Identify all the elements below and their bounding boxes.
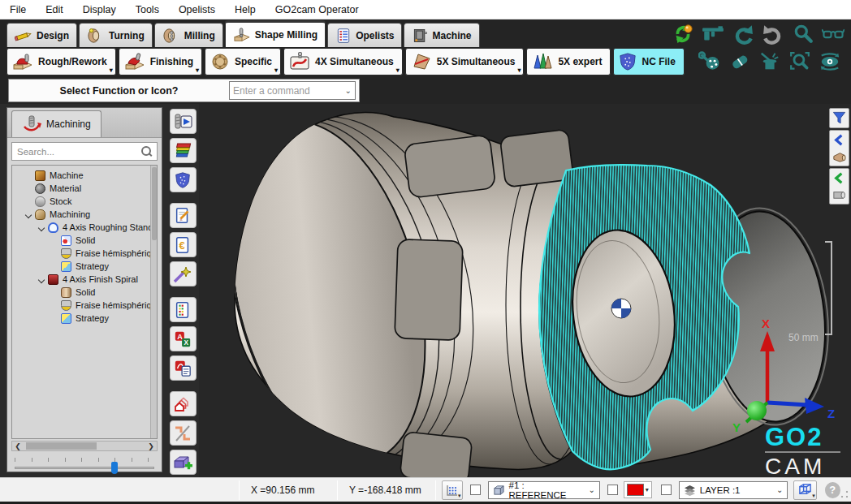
subtab-rough-rework[interactable]: Rough/Rework ▾ — [6, 48, 116, 75]
view-mode-button[interactable]: ▾ — [793, 480, 816, 500]
color-checkbox[interactable] — [607, 485, 618, 495]
menu-display[interactable]: Display — [73, 0, 126, 19]
tree-item-roughing[interactable]: 4 Axis Roughing Stand — [12, 221, 157, 234]
menu-tools[interactable]: Tools — [126, 0, 169, 19]
sync-icon[interactable] — [672, 23, 694, 45]
menu-edit[interactable]: Edit — [36, 0, 73, 19]
collapse-chevron-icon[interactable] — [35, 225, 48, 230]
tree-item-machining[interactable]: Machining — [12, 208, 157, 221]
chevron-down-icon: ▾ — [458, 493, 461, 499]
simulation-color-button[interactable] — [170, 138, 197, 163]
eraser-icon[interactable] — [728, 50, 751, 73]
zoom-icon[interactable] — [792, 23, 814, 45]
simulation-play-button[interactable] — [170, 109, 197, 134]
scroll-right-icon[interactable]: ❯ — [145, 442, 157, 450]
nc-file-button[interactable] — [170, 167, 197, 192]
subtab-finishing[interactable]: Finishing ▾ — [119, 48, 202, 75]
scrollbar-thumb[interactable] — [26, 442, 97, 450]
tree-item-tool-2[interactable]: Fraise hémisphériq — [12, 299, 157, 312]
tree-item-strategy-2[interactable]: Strategy — [12, 312, 157, 325]
tab-design[interactable]: Design — [6, 23, 77, 47]
3d-viewport[interactable]: 50 mm X Y Z GO2 CAM — [199, 104, 851, 477]
axis-z-label: Z — [827, 407, 835, 420]
tree-vertical-scrollbar[interactable] — [150, 166, 157, 438]
color-picker[interactable]: ▾ — [624, 481, 652, 498]
tab-turning[interactable]: Turning — [79, 23, 153, 47]
tree-label: Strategy — [76, 261, 109, 271]
tab-shape-milling[interactable]: Shape Milling — [225, 20, 326, 47]
glasses-icon[interactable] — [822, 23, 845, 45]
tree-item-strategy-1[interactable]: Strategy — [12, 260, 157, 273]
tools-palette-icon[interactable] — [698, 50, 721, 73]
edit-document-button[interactable] — [170, 203, 197, 228]
layer-selector[interactable]: LAYER :1 ⌄ — [679, 481, 788, 499]
tree-item-solid-2[interactable]: Solid — [12, 286, 157, 299]
collapse-chevron-icon[interactable] — [22, 212, 35, 218]
reference-selector[interactable]: #1 : REFERENCE ⌄ — [488, 481, 600, 499]
scroll-left-icon[interactable]: ❮ — [12, 442, 24, 450]
magic-hat-icon[interactable] — [758, 50, 781, 73]
subtab-5x-simultaneous[interactable]: 5X Simultaneous ▾ — [405, 48, 525, 75]
tree-zoom-slider[interactable] — [15, 458, 154, 477]
cost-document-button[interactable]: € — [170, 232, 197, 257]
tab-opelists[interactable]: Opelists — [327, 23, 402, 47]
slider-track[interactable] — [15, 467, 154, 469]
pdf-excel-export-button[interactable]: AX — [170, 326, 197, 351]
collapse-chevron-icon[interactable] — [35, 277, 48, 282]
milling-icon — [162, 28, 180, 44]
tab-machining-panel[interactable]: Machining — [11, 110, 102, 137]
slider-thumb[interactable] — [111, 462, 118, 474]
pdf-document-button[interactable] — [170, 355, 197, 381]
redo-icon[interactable] — [762, 23, 784, 45]
chevron-down-icon: ▾ — [274, 67, 278, 74]
reference-checkbox[interactable] — [470, 485, 481, 495]
command-input[interactable] — [233, 85, 345, 97]
filter-button[interactable] — [829, 108, 849, 128]
previous-stock-button[interactable] — [829, 168, 849, 205]
subtab-5x-expert[interactable]: 5X expert — [526, 48, 611, 75]
standard-views-button[interactable] — [170, 391, 197, 416]
command-combo[interactable]: ⌄ — [229, 81, 356, 100]
layer-checkbox[interactable] — [661, 485, 672, 495]
report-button[interactable] — [170, 297, 197, 322]
subtab-nc-file[interactable]: NC File — [613, 48, 684, 75]
eye-refresh-icon[interactable] — [819, 50, 841, 73]
tree-label: 4 Axis Finish Spiral — [63, 274, 138, 284]
menu-opelists[interactable]: Opelists — [169, 0, 225, 19]
subtab-specific[interactable]: Specific ▾ — [205, 48, 281, 75]
caliper-icon[interactable] — [702, 23, 724, 45]
search-input[interactable] — [17, 147, 138, 157]
tree-item-solid-1[interactable]: Solid — [12, 234, 157, 247]
tab-machine[interactable]: Machine — [404, 23, 479, 47]
search-box[interactable] — [11, 142, 158, 161]
geometry-visibility-button[interactable] — [170, 420, 197, 446]
magic-wand-icon — [173, 265, 192, 283]
5x-expert-icon — [532, 52, 553, 71]
chevron-down-icon[interactable]: ⌄ — [345, 86, 352, 95]
tree-horizontal-scrollbar[interactable]: ❮ ❯ — [11, 441, 158, 451]
resize-grip-icon[interactable] — [840, 490, 848, 498]
tree-item-stock[interactable]: Stock — [12, 195, 157, 208]
opelists-icon — [335, 28, 352, 44]
shape-milling-icon — [233, 27, 251, 43]
zoom-selection-icon[interactable] — [788, 50, 811, 73]
menu-operator[interactable]: GO2cam Operator — [266, 0, 369, 19]
tree-item-tool-1[interactable]: Fraise hémisphériq — [12, 247, 157, 260]
menu-help[interactable]: Help — [225, 0, 266, 19]
tab-milling[interactable]: Milling — [154, 23, 223, 47]
5x-simultaneous-icon — [411, 52, 432, 71]
undo-icon[interactable] — [732, 23, 754, 45]
strategy-node-icon — [61, 261, 71, 272]
subtab-label: Rough/Rework — [38, 56, 107, 67]
function-tabs: Rough/Rework ▾ Finishing ▾ Specific ▾ 4X… — [6, 48, 685, 77]
tree-item-machine[interactable]: Machine — [12, 169, 157, 182]
help-button[interactable]: ? — [825, 482, 840, 498]
tree-item-finish-spiral[interactable]: 4 Axis Finish Spiral — [12, 273, 157, 286]
previous-part-button[interactable] — [829, 130, 849, 166]
subtab-4x-simultaneous[interactable]: 4X Simultaneous ▾ — [283, 48, 403, 75]
menu-file[interactable]: File — [0, 0, 36, 19]
tree-item-material[interactable]: Material — [12, 182, 157, 195]
wizard-button[interactable] — [170, 261, 197, 286]
grid-button[interactable]: ▾ — [442, 480, 463, 500]
add-stock-button[interactable] — [170, 450, 197, 475]
